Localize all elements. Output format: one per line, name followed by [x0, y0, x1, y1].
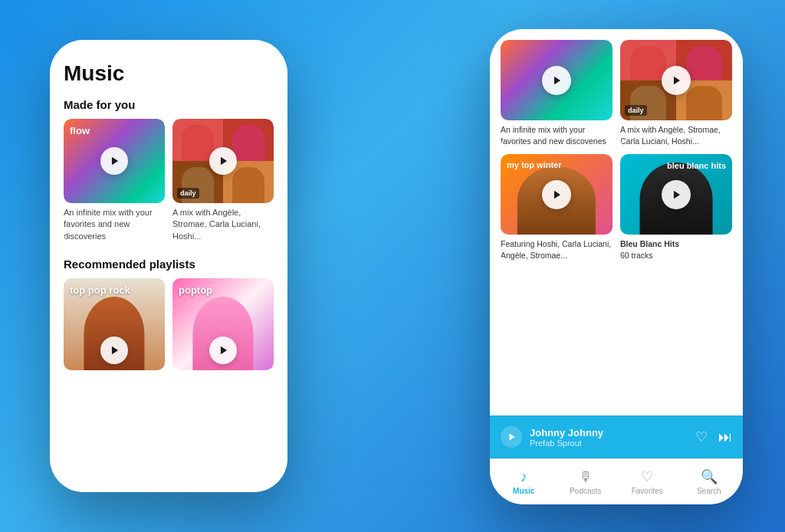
tab-search[interactable]: 🔍 Search — [678, 468, 741, 495]
right-bleu-image: bleu blanc hits — [620, 154, 732, 235]
app-title: Music — [64, 61, 274, 86]
flow-description: An infinite mix with your favorites and … — [64, 207, 165, 242]
svg-marker-8 — [510, 434, 515, 441]
flow-card-image: flow — [64, 119, 165, 203]
right-winter-image: my top winter — [501, 154, 613, 235]
now-playing-bar[interactable]: Johnny Johnny Prefab Sprout ♡ ⏭ — [490, 415, 743, 458]
right-scroll-area: An infinite mix with your favorites and … — [490, 29, 743, 415]
daily-badge: daily — [177, 188, 199, 199]
music-icon: ♪ — [521, 469, 527, 485]
made-for-you-cards: flow An infinite mix with your favorites… — [64, 119, 274, 242]
flow-label: flow — [70, 125, 90, 136]
right-daily-image: daily — [620, 40, 732, 120]
right-flow-play-button[interactable] — [542, 66, 571, 95]
right-daily-desc: A mix with Angèle, Stromae, Carla Lucian… — [620, 124, 732, 146]
phone-left: Music Made for you flow An infinite mix … — [50, 40, 287, 492]
top-pop-rock-label: top pop rock — [70, 284, 130, 297]
podcast-icon: 🎙 — [579, 469, 593, 485]
tab-podcasts[interactable]: 🎙 Podcasts — [555, 469, 617, 495]
right-winter-card[interactable]: my top winter Featuring Hoshi, Carla Luc… — [501, 154, 613, 261]
tab-bar: ♪ Music 🎙 Podcasts ♡ Favorites 🔍 Search — [490, 458, 743, 504]
right-top-cards: An infinite mix with your favorites and … — [501, 40, 732, 146]
svg-marker-0 — [112, 157, 118, 166]
svg-marker-2 — [112, 346, 118, 355]
tab-search-label: Search — [697, 487, 721, 495]
bleu-play-button[interactable] — [662, 180, 691, 209]
tab-favorites[interactable]: ♡ Favorites — [616, 468, 678, 495]
winter-label: my top winter — [507, 160, 562, 169]
made-for-you-label: Made for you — [64, 98, 274, 111]
right-daily-play-button[interactable] — [662, 66, 691, 95]
svg-marker-4 — [554, 76, 560, 84]
flow-card[interactable]: flow An infinite mix with your favorites… — [64, 119, 165, 242]
recommended-section: Recommended playlists top pop rock — [64, 258, 274, 370]
right-daily-card[interactable]: daily A mix with Angèle, Stromae, Carla … — [620, 40, 732, 146]
winter-play-button[interactable] — [542, 180, 571, 209]
tab-music[interactable]: ♪ Music — [493, 469, 555, 495]
recommended-label: Recommended playlists — [64, 258, 274, 271]
svg-marker-6 — [554, 191, 560, 199]
poptop-card[interactable]: poptop — [172, 278, 274, 370]
favorites-icon: ♡ — [641, 468, 653, 485]
top-pop-rock-card[interactable]: top pop rock — [64, 278, 165, 370]
winter-desc: Featuring Hoshi, Carla Luciani, Angèle, … — [501, 238, 613, 261]
now-playing-artist: Prefab Sprout — [530, 438, 688, 448]
poptop-label: poptop — [179, 284, 212, 297]
right-daily-badge: daily — [625, 105, 647, 116]
bleu-label: bleu blanc hits — [667, 160, 726, 171]
daily-card-image: daily — [172, 119, 274, 203]
bleu-desc: Bleu Blanc Hits 60 tracks — [620, 238, 732, 261]
svg-marker-5 — [674, 76, 680, 84]
right-bleu-card[interactable]: bleu blanc hits Bleu Blanc Hits 60 track… — [620, 154, 732, 261]
tab-music-label: Music — [513, 487, 534, 495]
now-playing-info: Johnny Johnny Prefab Sprout — [530, 427, 688, 448]
right-flow-card[interactable]: An infinite mix with your favorites and … — [501, 40, 613, 146]
now-playing-title: Johnny Johnny — [530, 427, 688, 438]
heart-icon[interactable]: ♡ — [695, 429, 708, 445]
now-playing-controls: ♡ ⏭ — [695, 429, 732, 445]
search-icon: 🔍 — [701, 468, 718, 485]
now-playing-play-button[interactable] — [501, 426, 522, 448]
phone-right: An infinite mix with your favorites and … — [490, 29, 743, 504]
top-pop-rock-play-button[interactable] — [100, 337, 128, 364]
right-flow-image — [501, 40, 613, 120]
poptop-play-button[interactable] — [209, 337, 237, 364]
right-bottom-cards: my top winter Featuring Hoshi, Carla Luc… — [501, 154, 732, 261]
recommended-cards: top pop rock poptop — [64, 278, 274, 370]
daily-description: A mix with Angèle, Stromae, Carla Lucian… — [172, 207, 274, 242]
daily-card[interactable]: daily A mix with Angèle, Stromae, Carla … — [172, 119, 274, 242]
right-flow-desc: An infinite mix with your favorites and … — [501, 124, 613, 146]
tab-podcasts-label: Podcasts — [570, 487, 601, 495]
tab-favorites-label: Favorites — [632, 487, 663, 495]
svg-marker-3 — [221, 346, 227, 355]
svg-marker-7 — [674, 191, 680, 199]
svg-marker-1 — [221, 157, 227, 166]
flow-play-button[interactable] — [100, 147, 128, 175]
skip-next-icon[interactable]: ⏭ — [718, 429, 732, 445]
daily-play-button[interactable] — [209, 147, 237, 175]
